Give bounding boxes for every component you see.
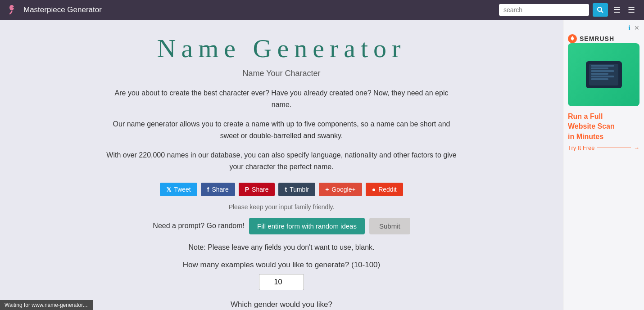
facebook-share-button[interactable]: f Share bbox=[201, 183, 235, 196]
ad-monitor-graphic bbox=[586, 61, 622, 88]
ad-monitor-screen bbox=[589, 64, 618, 85]
page-layout: Name Generator Name Your Character Are y… bbox=[0, 20, 644, 310]
ad-control-bar: ℹ ✕ bbox=[568, 24, 639, 31]
description-3: With over 220,000 names in our database,… bbox=[106, 149, 457, 172]
semrush-brand-name: SEMRUSH bbox=[580, 35, 614, 42]
main-content: Name Generator Name Your Character Are y… bbox=[0, 20, 563, 310]
fill-random-button[interactable]: Fill entire form with random ideas bbox=[249, 218, 365, 234]
sidebar-ad: ℹ ✕ SEMRUSH bbox=[563, 20, 644, 310]
ad-screen-line-2 bbox=[591, 67, 608, 69]
tumblr-button[interactable]: t Tumblr bbox=[278, 183, 315, 196]
google-icon: + bbox=[325, 186, 329, 193]
search-icon bbox=[597, 6, 604, 13]
site-title: Masterpiece Generator bbox=[23, 5, 102, 14]
page-subtitle: Name Your Character bbox=[18, 69, 545, 78]
ad-screen-line-5 bbox=[591, 76, 614, 77]
ad-cta-button[interactable]: Try It Free → bbox=[568, 144, 639, 151]
semrush-logo: SEMRUSH bbox=[568, 34, 639, 43]
social-buttons-group: 𝕏 Tweet f Share P Share t Tumblr + Googl… bbox=[18, 183, 545, 196]
description-1: Are you about to create the best charact… bbox=[106, 87, 457, 110]
ad-screen-line-3 bbox=[591, 70, 614, 72]
family-friendly-note: Please keep your input family friendly. bbox=[18, 203, 545, 211]
svg-point-2 bbox=[598, 7, 602, 11]
status-bar: Waiting for www.name-generator.... bbox=[0, 300, 93, 310]
svg-line-3 bbox=[601, 11, 603, 13]
menu-icon[interactable]: ☰ bbox=[626, 3, 637, 17]
semrush-brand-icon bbox=[568, 34, 577, 43]
pinterest-icon: P bbox=[245, 186, 249, 193]
ad-screen-line-1 bbox=[591, 65, 614, 67]
ad-screen-line-4 bbox=[591, 73, 608, 75]
ad-cta-line bbox=[597, 148, 631, 148]
flamingo-logo-icon bbox=[7, 4, 19, 16]
count-label: How many examples would you like to gene… bbox=[18, 261, 545, 270]
pinterest-share-button[interactable]: P Share bbox=[239, 183, 275, 196]
ad-screen-line-6 bbox=[591, 78, 608, 80]
tumblr-icon: t bbox=[285, 186, 287, 193]
google-button[interactable]: + Google+ bbox=[319, 183, 362, 196]
blank-fields-note: Note: Please leave any fields you don't … bbox=[18, 243, 545, 252]
page-title: Name Generator bbox=[18, 33, 545, 63]
ad-close-icon[interactable]: ✕ bbox=[634, 24, 639, 31]
facebook-icon: f bbox=[207, 186, 209, 193]
submit-button[interactable]: Submit bbox=[369, 218, 410, 234]
header-left: Masterpiece Generator bbox=[7, 4, 102, 16]
search-button[interactable] bbox=[593, 3, 608, 17]
ad-image bbox=[568, 43, 639, 106]
description-2: Our name generator allows you to create … bbox=[106, 118, 457, 141]
ad-tagline: Run a Full Website Scan in Minutes bbox=[568, 112, 639, 142]
status-text: Waiting for www.name-generator.... bbox=[5, 302, 89, 308]
ad-info-icon[interactable]: ℹ bbox=[628, 24, 630, 31]
prompt-text: Need a prompt? Go random! bbox=[153, 222, 245, 230]
ad-arrow-icon: → bbox=[634, 144, 639, 151]
search-input[interactable] bbox=[499, 4, 589, 16]
twitter-icon: 𝕏 bbox=[166, 186, 171, 193]
count-input[interactable] bbox=[259, 274, 304, 290]
reddit-icon: ● bbox=[372, 186, 376, 193]
semrush-flame-icon bbox=[569, 36, 576, 42]
tweet-button[interactable]: 𝕏 Tweet bbox=[160, 183, 197, 196]
sort-icon[interactable]: ☰ bbox=[612, 3, 622, 17]
header-right: ☰ ☰ bbox=[499, 3, 637, 17]
prompt-area: Need a prompt? Go random! Fill entire fo… bbox=[18, 218, 545, 234]
header: Masterpiece Generator ☰ ☰ bbox=[0, 0, 644, 20]
gender-label: Which gender would you like? bbox=[18, 300, 545, 309]
reddit-button[interactable]: ● Reddit bbox=[366, 183, 403, 196]
